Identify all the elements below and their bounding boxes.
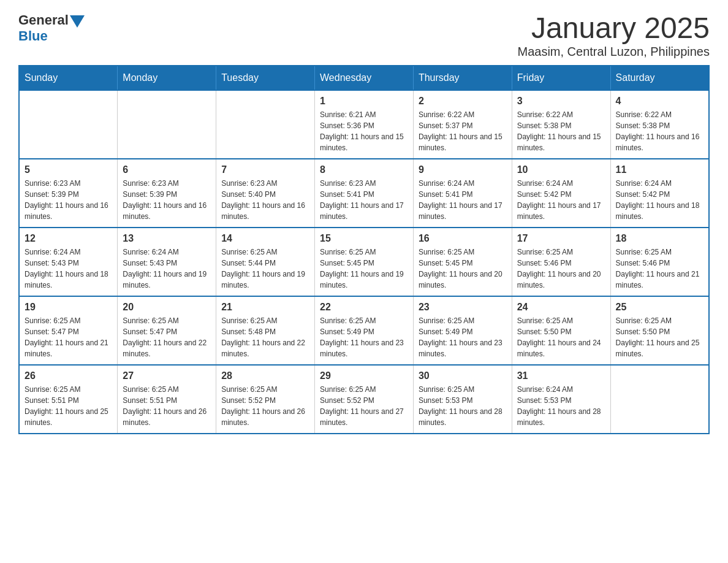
day-number: 25 (616, 302, 703, 313)
day-number: 9 (419, 164, 507, 175)
day-info: Sunrise: 6:24 AMSunset: 5:42 PMDaylight:… (517, 178, 605, 222)
calendar-week-row: 12Sunrise: 6:24 AMSunset: 5:43 PMDayligh… (19, 228, 709, 296)
day-number: 30 (419, 370, 507, 381)
calendar-week-row: 26Sunrise: 6:25 AMSunset: 5:51 PMDayligh… (19, 365, 709, 434)
logo: General Blue (18, 12, 85, 44)
calendar-table: SundayMondayTuesdayWednesdayThursdayFrid… (18, 65, 710, 434)
day-number: 3 (517, 96, 605, 107)
day-info: Sunrise: 6:25 AMSunset: 5:51 PMDaylight:… (123, 384, 211, 428)
calendar-cell: 23Sunrise: 6:25 AMSunset: 5:49 PMDayligh… (413, 296, 512, 365)
day-info: Sunrise: 6:22 AMSunset: 5:38 PMDaylight:… (517, 109, 605, 153)
day-info: Sunrise: 6:25 AMSunset: 5:47 PMDaylight:… (25, 315, 112, 359)
day-number: 6 (123, 164, 211, 175)
calendar-cell: 14Sunrise: 6:25 AMSunset: 5:44 PMDayligh… (216, 228, 315, 296)
day-info: Sunrise: 6:25 AMSunset: 5:52 PMDaylight:… (221, 384, 309, 428)
logo-triangle-icon (70, 15, 85, 28)
calendar-cell: 3Sunrise: 6:22 AMSunset: 5:38 PMDaylight… (512, 90, 610, 159)
day-number: 10 (517, 164, 605, 175)
day-number: 15 (320, 233, 408, 244)
day-info: Sunrise: 6:25 AMSunset: 5:45 PMDaylight:… (419, 247, 507, 291)
calendar-header-tuesday: Tuesday (216, 66, 315, 90)
calendar-cell: 30Sunrise: 6:25 AMSunset: 5:53 PMDayligh… (413, 365, 512, 434)
logo-blue-text: Blue (18, 28, 48, 44)
day-number: 1 (320, 96, 408, 107)
day-info: Sunrise: 6:25 AMSunset: 5:50 PMDaylight:… (517, 315, 605, 359)
day-info: Sunrise: 6:25 AMSunset: 5:49 PMDaylight:… (320, 315, 408, 359)
calendar-cell: 7Sunrise: 6:23 AMSunset: 5:40 PMDaylight… (216, 159, 315, 228)
calendar-cell: 22Sunrise: 6:25 AMSunset: 5:49 PMDayligh… (315, 296, 414, 365)
logo-general-text: General (18, 12, 69, 28)
calendar-cell: 21Sunrise: 6:25 AMSunset: 5:48 PMDayligh… (216, 296, 315, 365)
month-title: January 2025 (518, 12, 710, 45)
day-info: Sunrise: 6:25 AMSunset: 5:45 PMDaylight:… (320, 247, 408, 291)
calendar-cell: 10Sunrise: 6:24 AMSunset: 5:42 PMDayligh… (512, 159, 610, 228)
day-info: Sunrise: 6:24 AMSunset: 5:42 PMDaylight:… (616, 178, 703, 222)
day-number: 22 (320, 302, 408, 313)
day-info: Sunrise: 6:24 AMSunset: 5:41 PMDaylight:… (419, 178, 507, 222)
day-number: 17 (517, 233, 605, 244)
calendar-cell: 29Sunrise: 6:25 AMSunset: 5:52 PMDayligh… (315, 365, 414, 434)
calendar-header-sunday: Sunday (19, 66, 118, 90)
day-number: 5 (25, 164, 112, 175)
calendar-cell: 4Sunrise: 6:22 AMSunset: 5:38 PMDaylight… (610, 90, 709, 159)
day-info: Sunrise: 6:25 AMSunset: 5:44 PMDaylight:… (221, 247, 309, 291)
calendar-week-row: 19Sunrise: 6:25 AMSunset: 5:47 PMDayligh… (19, 296, 709, 365)
calendar-cell (19, 90, 118, 159)
day-info: Sunrise: 6:21 AMSunset: 5:36 PMDaylight:… (320, 109, 408, 153)
day-number: 8 (320, 164, 408, 175)
day-number: 24 (517, 302, 605, 313)
calendar-header-wednesday: Wednesday (315, 66, 414, 90)
day-info: Sunrise: 6:23 AMSunset: 5:39 PMDaylight:… (123, 178, 211, 222)
calendar-cell: 24Sunrise: 6:25 AMSunset: 5:50 PMDayligh… (512, 296, 610, 365)
calendar-cell: 12Sunrise: 6:24 AMSunset: 5:43 PMDayligh… (19, 228, 118, 296)
day-info: Sunrise: 6:25 AMSunset: 5:50 PMDaylight:… (616, 315, 703, 359)
day-info: Sunrise: 6:25 AMSunset: 5:48 PMDaylight:… (221, 315, 309, 359)
day-number: 13 (123, 233, 211, 244)
calendar-cell (216, 90, 315, 159)
day-number: 7 (221, 164, 309, 175)
calendar-cell: 20Sunrise: 6:25 AMSunset: 5:47 PMDayligh… (118, 296, 216, 365)
calendar-cell: 2Sunrise: 6:22 AMSunset: 5:37 PMDaylight… (413, 90, 512, 159)
calendar-cell: 17Sunrise: 6:25 AMSunset: 5:46 PMDayligh… (512, 228, 610, 296)
calendar-cell: 11Sunrise: 6:24 AMSunset: 5:42 PMDayligh… (610, 159, 709, 228)
day-info: Sunrise: 6:24 AMSunset: 5:53 PMDaylight:… (517, 384, 605, 428)
calendar-week-row: 1Sunrise: 6:21 AMSunset: 5:36 PMDaylight… (19, 90, 709, 159)
day-number: 29 (320, 370, 408, 381)
calendar-cell: 8Sunrise: 6:23 AMSunset: 5:41 PMDaylight… (315, 159, 414, 228)
day-number: 27 (123, 370, 211, 381)
day-number: 19 (25, 302, 112, 313)
calendar-header-saturday: Saturday (610, 66, 709, 90)
day-info: Sunrise: 6:25 AMSunset: 5:52 PMDaylight:… (320, 384, 408, 428)
calendar-week-row: 5Sunrise: 6:23 AMSunset: 5:39 PMDaylight… (19, 159, 709, 228)
day-number: 31 (517, 370, 605, 381)
day-info: Sunrise: 6:25 AMSunset: 5:46 PMDaylight:… (517, 247, 605, 291)
calendar-cell: 6Sunrise: 6:23 AMSunset: 5:39 PMDaylight… (118, 159, 216, 228)
day-info: Sunrise: 6:25 AMSunset: 5:53 PMDaylight:… (419, 384, 507, 428)
page-header: General Blue January 2025 Maasim, Centra… (18, 12, 710, 59)
day-info: Sunrise: 6:24 AMSunset: 5:43 PMDaylight:… (123, 247, 211, 291)
calendar-cell: 16Sunrise: 6:25 AMSunset: 5:45 PMDayligh… (413, 228, 512, 296)
day-info: Sunrise: 6:22 AMSunset: 5:38 PMDaylight:… (616, 109, 703, 153)
day-info: Sunrise: 6:25 AMSunset: 5:46 PMDaylight:… (616, 247, 703, 291)
day-number: 21 (221, 302, 309, 313)
calendar-cell: 26Sunrise: 6:25 AMSunset: 5:51 PMDayligh… (19, 365, 118, 434)
calendar-cell (610, 365, 709, 434)
calendar-header-row: SundayMondayTuesdayWednesdayThursdayFrid… (19, 66, 709, 90)
day-info: Sunrise: 6:23 AMSunset: 5:40 PMDaylight:… (221, 178, 309, 222)
day-number: 2 (419, 96, 507, 107)
calendar-cell: 19Sunrise: 6:25 AMSunset: 5:47 PMDayligh… (19, 296, 118, 365)
day-number: 23 (419, 302, 507, 313)
calendar-cell: 27Sunrise: 6:25 AMSunset: 5:51 PMDayligh… (118, 365, 216, 434)
title-section: January 2025 Maasim, Central Luzon, Phil… (518, 12, 710, 59)
calendar-header-monday: Monday (118, 66, 216, 90)
day-info: Sunrise: 6:25 AMSunset: 5:51 PMDaylight:… (25, 384, 112, 428)
calendar-cell: 18Sunrise: 6:25 AMSunset: 5:46 PMDayligh… (610, 228, 709, 296)
location-title: Maasim, Central Luzon, Philippines (518, 45, 710, 59)
day-number: 18 (616, 233, 703, 244)
day-number: 11 (616, 164, 703, 175)
calendar-cell: 1Sunrise: 6:21 AMSunset: 5:36 PMDaylight… (315, 90, 414, 159)
calendar-cell: 5Sunrise: 6:23 AMSunset: 5:39 PMDaylight… (19, 159, 118, 228)
day-info: Sunrise: 6:22 AMSunset: 5:37 PMDaylight:… (419, 109, 507, 153)
calendar-cell: 13Sunrise: 6:24 AMSunset: 5:43 PMDayligh… (118, 228, 216, 296)
calendar-cell: 28Sunrise: 6:25 AMSunset: 5:52 PMDayligh… (216, 365, 315, 434)
